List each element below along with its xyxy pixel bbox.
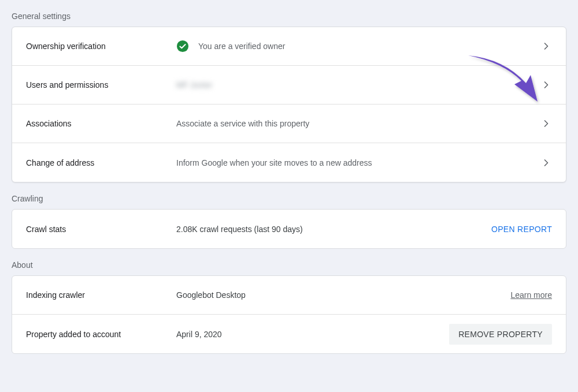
row-value-text: 2.08K crawl requests (last 90 days) — [176, 225, 303, 234]
row-value-text: Googlebot Desktop — [176, 290, 246, 300]
row-value-text: MF Junior — [176, 80, 212, 89]
section-title-about: About — [12, 260, 566, 270]
row-value-wrap: Associate a service with this property — [176, 119, 540, 128]
row-change-of-address[interactable]: Change of address Inform Google when you… — [12, 143, 566, 182]
chevron-right-icon — [540, 79, 552, 91]
row-value-text: Inform Google when your site moves to a … — [176, 158, 372, 167]
row-indexing-crawler: Indexing crawler Googlebot Desktop Learn… — [12, 276, 566, 315]
row-value-text: You are a verified owner — [198, 42, 285, 51]
open-report-button[interactable]: OPEN REPORT — [491, 225, 552, 234]
crawling-card: Crawl stats 2.08K crawl requests (last 9… — [12, 209, 566, 249]
row-label: Associations — [26, 119, 176, 128]
row-label: Property added to account — [26, 330, 176, 339]
row-label: Ownership verification — [26, 42, 176, 51]
row-value-wrap: You are a verified owner — [176, 40, 540, 53]
row-value-wrap: 2.08K crawl requests (last 90 days) — [176, 225, 491, 234]
chevron-right-icon — [540, 118, 552, 129]
section-title-crawling: Crawling — [12, 194, 566, 203]
learn-more-link[interactable]: Learn more — [510, 290, 552, 300]
row-value-wrap: Inform Google when your site moves to a … — [176, 158, 540, 167]
row-value-text: April 9, 2020 — [176, 330, 222, 339]
svg-point-0 — [177, 40, 188, 52]
checkmark-circle-icon — [176, 40, 189, 53]
chevron-right-icon — [540, 157, 552, 169]
chevron-right-icon — [540, 40, 552, 52]
general-settings-card: Ownership verification You are a verifie… — [12, 27, 566, 182]
row-property-added: Property added to account April 9, 2020 … — [12, 315, 566, 353]
row-label: Indexing crawler — [26, 290, 176, 300]
row-value-wrap: Googlebot Desktop — [176, 290, 510, 300]
row-label: Users and permissions — [26, 80, 176, 89]
about-card: Indexing crawler Googlebot Desktop Learn… — [12, 275, 566, 354]
row-associations[interactable]: Associations Associate a service with th… — [12, 104, 566, 143]
section-title-general: General settings — [12, 12, 566, 21]
row-ownership-verification[interactable]: Ownership verification You are a verifie… — [12, 27, 566, 66]
row-value-wrap: MF Junior — [176, 80, 540, 89]
row-crawl-stats: Crawl stats 2.08K crawl requests (last 9… — [12, 210, 566, 248]
row-label: Crawl stats — [26, 225, 176, 234]
row-value-text: Associate a service with this property — [176, 119, 309, 128]
row-users-permissions[interactable]: Users and permissions MF Junior — [12, 66, 566, 104]
remove-property-button[interactable]: REMOVE PROPERTY — [449, 324, 552, 345]
row-label: Change of address — [26, 158, 176, 167]
row-value-wrap: April 9, 2020 — [176, 330, 449, 339]
